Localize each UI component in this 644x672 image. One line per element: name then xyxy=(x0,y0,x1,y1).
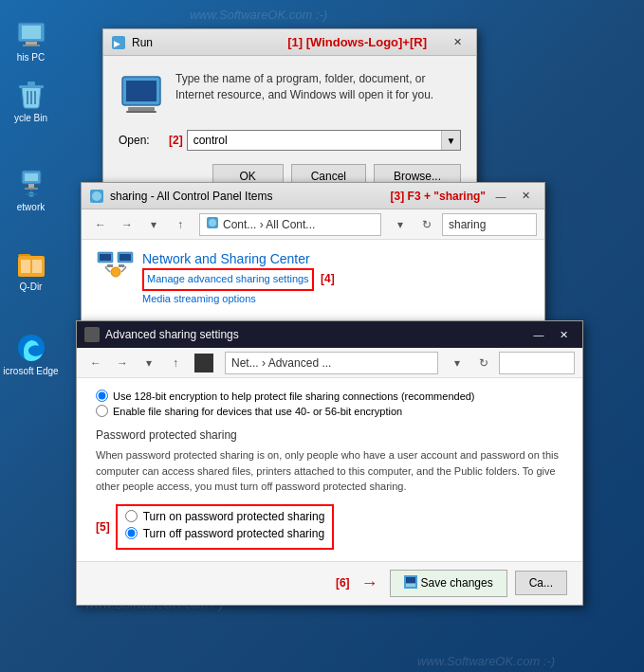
svg-rect-23 xyxy=(126,81,156,101)
sharing-on-radio[interactable] xyxy=(125,510,138,522)
adv-address-text: Net... › Advanced ... xyxy=(231,356,331,370)
svg-line-38 xyxy=(121,267,126,272)
svg-rect-2 xyxy=(26,42,37,45)
cp-title-icon xyxy=(89,189,104,204)
adv-window-controls[interactable]: — ✕ xyxy=(527,325,575,344)
svg-point-27 xyxy=(92,191,101,201)
svg-rect-33 xyxy=(120,254,131,261)
adv-cancel-button[interactable]: Ca... xyxy=(515,571,567,595)
enc-128bit-radio[interactable] xyxy=(96,390,108,402)
cp-content: Network and Sharing Center Manage advanc… xyxy=(82,240,544,322)
adv-up-button[interactable]: ↑ xyxy=(164,352,187,374)
save-icon xyxy=(404,575,417,591)
save-changes-button[interactable]: Save changes xyxy=(390,570,507,597)
cp-dropdown-button[interactable]: ▾ xyxy=(142,213,165,236)
enc-40bit-label: Enable file sharing for devices that use… xyxy=(113,406,402,417)
watermark-top: www.SoftwareOK.com :-) xyxy=(190,8,327,22)
enc-option-128bit: Use 128-bit encryption to help protect f… xyxy=(96,390,563,402)
run-titlebar: ▶ Run [1] [Windows-Logo]+[R] ✕ xyxy=(103,29,476,56)
desktop-icon-edge[interactable]: icrosoft Edge xyxy=(3,333,60,376)
svg-rect-43 xyxy=(406,577,415,583)
edge-label: icrosoft Edge xyxy=(3,366,58,376)
cp-window-controls[interactable]: — ✕ xyxy=(489,187,537,206)
svg-rect-41 xyxy=(196,355,212,371)
svg-line-37 xyxy=(105,267,110,272)
adv-minimize-button[interactable]: — xyxy=(527,325,550,344)
svg-rect-4 xyxy=(19,85,44,88)
svg-point-36 xyxy=(111,267,120,277)
cp-dropdown2-button[interactable]: ▾ xyxy=(389,213,412,236)
run-open-label: Open: xyxy=(119,134,161,147)
desktop-icon-qdir[interactable]: Q-Dir xyxy=(3,248,60,292)
desktop-icon-thispc[interactable]: his PC xyxy=(3,19,60,63)
run-open-row: Open: [2] ▼ xyxy=(119,130,461,151)
run-input[interactable] xyxy=(188,131,441,150)
nsc-icon-area xyxy=(97,251,135,284)
adv-address-bar[interactable]: Net... › Advanced ... xyxy=(225,352,438,374)
arrow-icon: → xyxy=(361,573,378,593)
sharing-off-radio[interactable] xyxy=(125,527,138,539)
adv-footer: [6] → Save changes Ca... xyxy=(77,561,582,605)
svg-text:▶: ▶ xyxy=(114,39,120,48)
nsc-title-link[interactable]: Network and Sharing Center xyxy=(142,251,529,266)
run-close-button[interactable]: ✕ xyxy=(446,33,469,52)
cp-address-content: Cont... › All Cont... xyxy=(223,218,315,231)
run-dropdown-button[interactable]: ▼ xyxy=(441,131,460,150)
watermark-bottom-right: www.SoftwareOK.com :-) xyxy=(417,654,555,668)
cp-address-bar[interactable]: Cont... › All Cont... xyxy=(199,213,381,236)
svg-rect-11 xyxy=(28,184,34,188)
adv-forward-button[interactable]: → xyxy=(111,352,134,374)
enc-128bit-label: Use 128-bit encryption to help protect f… xyxy=(113,390,475,402)
qdir-label: Q-Dir xyxy=(20,282,43,292)
svg-rect-31 xyxy=(100,254,111,261)
cp-forward-button[interactable]: → xyxy=(116,213,138,236)
desktop-icon-recyclebin[interactable]: ycle Bin xyxy=(3,80,60,123)
run-program-icon xyxy=(119,71,164,117)
cp-back-button[interactable]: ← xyxy=(89,213,112,236)
cp-annotation: [3] F3 + "sharing" xyxy=(391,190,486,203)
adv-dropdown2-button[interactable]: ▾ xyxy=(446,352,469,374)
adv-close-button[interactable]: ✕ xyxy=(552,325,575,344)
cp-address-icon xyxy=(206,216,219,232)
enc-40bit-radio[interactable] xyxy=(96,405,108,417)
password-info-text: When password protected sharing is on, o… xyxy=(96,447,563,495)
svg-rect-25 xyxy=(126,111,156,113)
cp-search-box[interactable]: sharing xyxy=(442,213,537,236)
cp-up-button[interactable]: ↑ xyxy=(169,213,192,236)
nsc-manage-link[interactable]: Manage advanced sharing settings xyxy=(142,268,314,291)
run-top-section: Type the name of a program, folder, docu… xyxy=(119,71,461,117)
qdir-icon xyxy=(16,248,46,279)
advanced-sharing-window: Advanced sharing settings — ✕ ← → ▾ ↑ Ne… xyxy=(76,320,583,606)
adv-back-button[interactable]: ← xyxy=(84,352,107,374)
nsc-media-link[interactable]: Media streaming options xyxy=(142,291,529,308)
sharing-options-area: [5] Turn on password protected sharing T… xyxy=(96,504,563,550)
save-changes-label: Save changes xyxy=(421,576,493,590)
adv-search-box[interactable] xyxy=(499,352,575,374)
cp-close-button[interactable]: ✕ xyxy=(514,187,537,206)
sharing-off-label: Turn off password protected sharing xyxy=(143,527,324,540)
run-input-container[interactable]: ▼ xyxy=(187,130,461,151)
recyclebin-icon xyxy=(16,80,46,110)
svg-rect-24 xyxy=(128,107,155,111)
adv-refresh-button[interactable]: ↻ xyxy=(472,352,495,374)
run-description-text: Type the name of a program, folder, docu… xyxy=(175,71,461,103)
run-open-annotation: [2] xyxy=(169,134,183,147)
sharing-on-label: Turn on password protected sharing xyxy=(143,510,325,523)
cp-refresh-button[interactable]: ↻ xyxy=(415,213,438,236)
run-window-controls[interactable]: ✕ xyxy=(446,33,469,52)
svg-rect-5 xyxy=(28,82,35,85)
step5-annotation: [5] xyxy=(96,520,110,534)
cp-minimize-button[interactable]: — xyxy=(489,187,512,206)
sharing-options-redbox: Turn on password protected sharing Turn … xyxy=(116,504,335,550)
desktop-icon-network[interactable]: etwork xyxy=(3,169,60,212)
network-sharing-row: Network and Sharing Center Manage advanc… xyxy=(97,251,529,307)
recyclebin-label: ycle Bin xyxy=(14,113,47,123)
svg-rect-3 xyxy=(23,45,40,46)
password-section: Password protected sharing When password… xyxy=(96,428,563,550)
nsc-links-area: Network and Sharing Center Manage advanc… xyxy=(142,251,529,307)
adv-titlebar: Advanced sharing settings — ✕ xyxy=(77,321,582,348)
adv-dropdown-button[interactable]: ▾ xyxy=(138,352,160,374)
run-annotation: [1] [Windows-Logo]+[R] xyxy=(287,35,427,49)
thispc-icon xyxy=(16,19,46,49)
run-dialog: ▶ Run [1] [Windows-Logo]+[R] ✕ xyxy=(102,28,477,205)
